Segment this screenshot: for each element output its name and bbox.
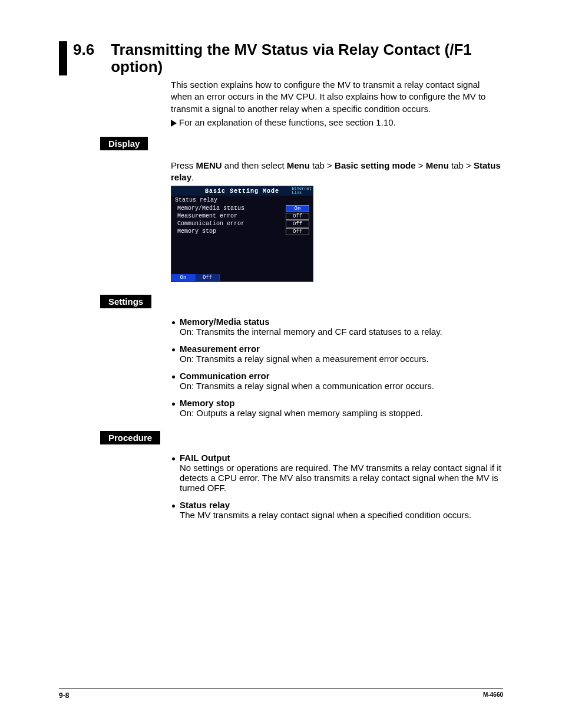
- display-label: Display: [100, 137, 148, 150]
- procedure-section-header: Procedure: [100, 431, 503, 444]
- ethernet-link-indicator: Ethernet Link: [292, 187, 312, 195]
- menu-key: MENU: [196, 160, 222, 170]
- heading-title: Transmitting the MV Status via Relay Con…: [111, 41, 503, 75]
- item-desc: On: Outputs a relay signal when memory s…: [180, 408, 503, 418]
- device-row-measurement-error: Measurement error Off: [177, 212, 309, 220]
- procedure-item: FAIL Output No settings or operations ar…: [171, 453, 503, 493]
- cross-reference-text: For an explanation of these functions, s…: [179, 117, 396, 127]
- device-empty-area: [171, 238, 313, 274]
- item-head: Memory/Media status: [180, 317, 270, 327]
- device-subheading: Status relay: [171, 196, 313, 205]
- text: Press: [171, 160, 196, 170]
- play-arrow-icon: [171, 120, 177, 127]
- intro-paragraph: This section explains how to configure t…: [171, 79, 503, 115]
- device-row-communication-error: Communication error Off: [177, 220, 309, 228]
- settings-item: Measurement error On: Transmits a relay …: [171, 344, 503, 364]
- row-label: Memory stop: [177, 228, 286, 235]
- row-value[interactable]: Off: [286, 228, 309, 235]
- bullet-icon: [172, 375, 175, 378]
- item-desc: On: Transmits the internal memory and CF…: [180, 327, 503, 337]
- on-button[interactable]: On: [171, 274, 196, 281]
- page-number: 9-8: [59, 691, 69, 700]
- procedure-label: Procedure: [100, 431, 160, 444]
- bullet-icon: [172, 321, 175, 324]
- text: tab >: [449, 160, 474, 170]
- item-desc: The MV transmits a relay contact signal …: [180, 510, 503, 520]
- off-button[interactable]: Off: [196, 274, 220, 281]
- breadcrumb-step: Menu: [426, 160, 449, 170]
- text: >: [416, 160, 426, 170]
- text: Link: [292, 190, 302, 195]
- settings-item: Memory stop On: Outputs a relay signal w…: [171, 398, 503, 418]
- settings-section-header: Settings: [100, 295, 503, 308]
- heading-accent-bar: [59, 41, 67, 75]
- item-head: Memory stop: [180, 398, 234, 408]
- settings-item: Memory/Media status On: Transmits the in…: [171, 317, 503, 337]
- item-head: Communication error: [180, 371, 270, 381]
- bullet-icon: [172, 457, 175, 460]
- device-title: Basic Setting Mode: [205, 188, 279, 195]
- item-head: FAIL Output: [180, 453, 230, 463]
- device-footer-buttons: On Off: [171, 274, 313, 281]
- device-titlebar: Basic Setting Mode Ethernet Link: [171, 186, 313, 196]
- bullet-icon: [172, 348, 175, 351]
- text: and then select: [222, 160, 287, 170]
- settings-label: Settings: [100, 295, 151, 308]
- settings-list: Memory/Media status On: Transmits the in…: [171, 317, 503, 418]
- bullet-icon: [172, 505, 175, 508]
- device-settings-list: Memory/Media status On Measurement error…: [171, 205, 313, 238]
- breadcrumb-step: Menu: [287, 160, 310, 170]
- item-head: Status relay: [180, 500, 230, 510]
- cross-reference: For an explanation of these functions, s…: [171, 117, 503, 127]
- item-desc: No settings or operations are required. …: [180, 463, 503, 493]
- row-label: Communication error: [177, 220, 286, 227]
- display-instructions: Press MENU and then select Menu tab > Ba…: [171, 160, 503, 184]
- item-head: Measurement error: [180, 344, 260, 354]
- procedure-item: Status relay The MV transmits a relay co…: [171, 500, 503, 520]
- display-section-header: Display: [100, 137, 503, 150]
- row-value[interactable]: Off: [286, 213, 309, 220]
- page: 9.6 Transmitting the MV Status via Relay…: [0, 0, 562, 728]
- page-footer: 9-8 M-4660: [59, 689, 503, 700]
- procedure-list: FAIL Output No settings or operations ar…: [171, 453, 503, 520]
- row-label: Measurement error: [177, 213, 286, 219]
- heading-number: 9.6: [73, 41, 94, 58]
- text: .: [191, 172, 194, 182]
- settings-item: Communication error On: Transmits a rela…: [171, 371, 503, 391]
- row-label: Memory/Media status: [177, 205, 286, 212]
- device-row-memory-media: Memory/Media status On: [177, 205, 309, 212]
- row-value[interactable]: Off: [286, 220, 309, 228]
- section-heading: 9.6 Transmitting the MV Status via Relay…: [59, 41, 503, 75]
- bullet-icon: [172, 403, 175, 406]
- row-value[interactable]: On: [286, 205, 309, 212]
- breadcrumb-step: Basic setting mode: [335, 160, 416, 170]
- item-desc: On: Transmits a relay signal when a meas…: [180, 354, 503, 364]
- device-screenshot: Basic Setting Mode Ethernet Link Status …: [171, 186, 313, 282]
- device-row-memory-stop: Memory stop Off: [177, 228, 309, 235]
- text: tab >: [310, 160, 335, 170]
- item-desc: On: Transmits a relay signal when a comm…: [180, 381, 503, 391]
- document-id: M-4660: [483, 691, 503, 700]
